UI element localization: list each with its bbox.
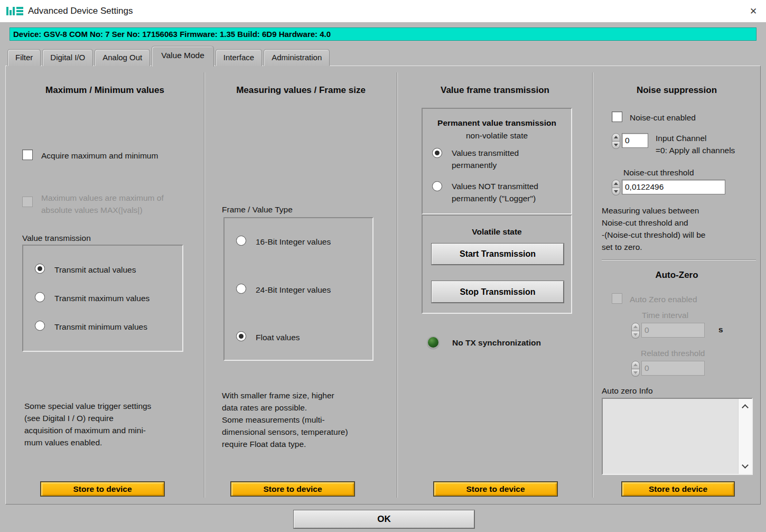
float-radio[interactable] — [236, 331, 246, 341]
frame-transmission-title: Value frame transmission — [398, 85, 592, 96]
auto-zero-enabled-checkbox — [612, 293, 622, 304]
max-min-note: Some special value trigger settings (see… — [24, 400, 188, 449]
frame-size-section: Measuring values / Frame size Frame / Va… — [205, 66, 397, 504]
scroll-down-icon[interactable] — [742, 462, 749, 469]
noise-cut-enabled-checkbox[interactable] — [612, 111, 622, 122]
values-transmitted-label: Values transmitted permanently — [452, 147, 519, 171]
max-min-title: Maximum / Minimum values — [6, 85, 204, 96]
related-threshold-spinner — [631, 361, 640, 377]
permanent-transmission-group: Permanent value transmission non-volatil… — [422, 108, 572, 214]
tab-digital-io[interactable]: Digital I/O — [42, 49, 93, 66]
tab-analog-out[interactable]: Analog Out — [95, 49, 150, 66]
transmit-maximum-label: Transmit maximum values — [54, 292, 150, 304]
auto-zero-title: Auto-Zero — [593, 270, 760, 281]
stop-transmission-button[interactable]: Stop Transmission — [432, 281, 564, 303]
frame-transmission-section: Value frame transmission Permanent value… — [398, 66, 592, 504]
frame-size-title: Measuring values / Frame size — [205, 85, 397, 96]
noise-cut-threshold-spinner[interactable] — [612, 180, 620, 195]
store-to-device-button-max-min[interactable]: Store to device — [41, 482, 164, 496]
permanent-transmission-heading: Permanent value transmission — [423, 118, 571, 128]
column-divider — [204, 72, 204, 498]
value-transmission-group: Transmit actual values Transmit maximum … — [22, 245, 183, 352]
tab-bar: Filter Digital I/O Analog Out Value Mode… — [7, 45, 331, 66]
acquire-max-min-checkbox[interactable] — [22, 150, 33, 160]
values-not-transmitted-radio[interactable] — [432, 181, 442, 191]
noise-suppression-title: Noise suppression — [593, 85, 760, 96]
frame-value-type-label: Frame / Value Type — [222, 203, 293, 216]
values-not-transmitted-label: Values NOT transmitted permanently ("Log… — [452, 180, 538, 204]
advanced-device-settings-window: Advanced Device Settings ✕ Device: GSV-8… — [0, 0, 766, 532]
auto-zero-info-box[interactable] — [602, 398, 753, 475]
column-divider — [592, 72, 593, 498]
store-to-device-button-auto-zero[interactable]: Store to device — [622, 482, 734, 496]
scroll-up-icon[interactable] — [742, 404, 749, 411]
transmit-minimum-radio[interactable] — [35, 321, 45, 331]
noise-cut-threshold-field[interactable] — [622, 180, 725, 194]
frame-size-note: With smaller frame size, higher data rat… — [222, 389, 391, 450]
auto-zero-enabled-label: Auto Zero enabled — [630, 293, 697, 305]
tab-filter[interactable]: Filter — [7, 49, 41, 66]
transmit-minimum-label: Transmit minimum values — [54, 321, 147, 333]
me-systeme-logo-icon — [6, 7, 23, 15]
title-bar: Advanced Device Settings ✕ — [0, 0, 766, 22]
tx-sync-led-indicator — [427, 336, 440, 349]
input-channel-label: Input Channel =0: Apply all channels — [656, 132, 735, 156]
noise-cut-enabled-label: Noise-cut enabled — [630, 111, 696, 124]
non-volatile-state-label: non-volatile state — [423, 131, 571, 141]
start-transmission-button[interactable]: Start Transmission — [432, 244, 564, 265]
values-transmitted-radio[interactable] — [432, 148, 442, 158]
input-channel-field[interactable] — [622, 133, 648, 148]
volatile-state-heading: Volatile state — [423, 227, 571, 237]
time-interval-unit: s — [718, 325, 723, 334]
value-transmission-label: Value transmission — [22, 232, 91, 244]
float-label: Float values — [256, 331, 300, 343]
auto-zero-info-label: Auto zero Info — [602, 385, 653, 397]
tab-administration[interactable]: Administration — [264, 49, 330, 66]
time-interval-label: Time interval — [642, 309, 688, 321]
section-separator — [602, 259, 756, 260]
value-mode-panel: Maximum / Minimum values Acquire maximum… — [5, 66, 761, 505]
noise-suppression-section: Noise suppression Noise-cut enabled Inpu… — [593, 66, 760, 504]
int16-label: 16-Bit Integer values — [256, 236, 331, 248]
related-threshold-field — [641, 361, 705, 376]
tx-sync-label: No TX synchronization — [452, 337, 541, 349]
time-interval-spinner — [631, 323, 640, 339]
noise-cut-note: Measuring values between Noise-cut thres… — [602, 204, 755, 253]
int24-radio[interactable] — [236, 284, 246, 294]
abs-max-label: Maximum values are maximum of absolute v… — [41, 192, 164, 216]
int24-label: 24-Bit Integer values — [256, 284, 331, 296]
tab-interface[interactable]: Interface — [216, 49, 262, 66]
input-channel-spinner[interactable] — [612, 133, 620, 149]
transmit-actual-radio[interactable] — [35, 264, 45, 274]
abs-max-checkbox — [22, 197, 33, 207]
tab-value-mode[interactable]: Value Mode — [152, 46, 214, 67]
related-threshold-label: Related threshold — [641, 347, 705, 359]
transmit-actual-label: Transmit actual values — [54, 264, 136, 276]
column-divider — [397, 72, 397, 498]
time-interval-field — [641, 323, 705, 338]
ok-button[interactable]: OK — [294, 510, 474, 528]
frame-value-type-group: 16-Bit Integer values 24-Bit Integer val… — [223, 217, 373, 361]
info-box-scrollbar[interactable] — [738, 399, 752, 474]
max-min-section: Maximum / Minimum values Acquire maximum… — [6, 66, 204, 504]
store-to-device-button-frame-size[interactable]: Store to device — [231, 482, 354, 496]
window-title: Advanced Device Settings — [28, 6, 133, 16]
transmit-maximum-radio[interactable] — [35, 292, 45, 302]
close-icon[interactable]: ✕ — [741, 0, 766, 22]
device-info-bar: Device: GSV-8 COM No: 7 Ser No: 17156063… — [10, 27, 756, 41]
noise-cut-threshold-label: Noise-cut threshold — [623, 166, 694, 179]
acquire-max-min-label: Acquire maximum and minimum — [41, 150, 158, 162]
store-to-device-button-frame-tx[interactable]: Store to device — [434, 482, 557, 496]
volatile-state-group: Volatile state Start Transmission Stop T… — [422, 214, 572, 314]
int16-radio[interactable] — [236, 236, 246, 246]
